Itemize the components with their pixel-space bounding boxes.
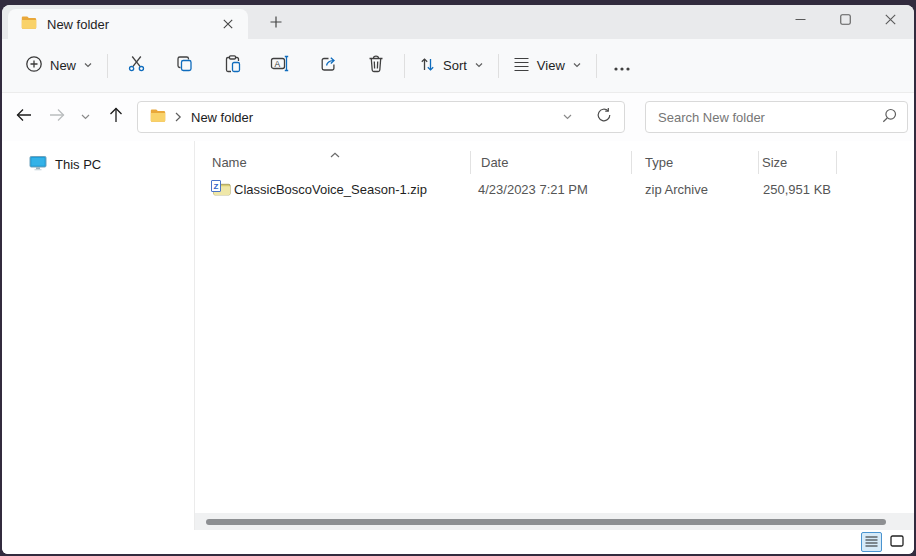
explorer-body: This PC Name Date Type Size	[2, 141, 914, 530]
status-bar	[2, 530, 914, 554]
sidebar-item-label: This PC	[55, 157, 101, 172]
chevron-down-icon	[83, 58, 93, 73]
up-arrow-icon	[109, 107, 123, 127]
new-button-label: New	[50, 58, 76, 73]
sort-icon	[419, 56, 436, 76]
back-arrow-icon	[16, 108, 32, 126]
monitor-icon	[29, 155, 47, 174]
close-icon	[223, 15, 233, 33]
recent-locations-button[interactable]	[72, 102, 98, 133]
view-lines-icon	[513, 57, 530, 75]
search-input[interactable]	[658, 110, 876, 125]
close-icon	[885, 11, 896, 29]
minimize-icon	[795, 11, 806, 29]
search-icon	[882, 108, 897, 127]
chevron-down-icon	[474, 58, 484, 73]
sort-button[interactable]: Sort	[410, 48, 493, 84]
file-row[interactable]: Z ClassicBoscoVoice_Season-1.zip 4/23/20…	[195, 178, 914, 203]
tab-bar: New folder	[2, 5, 914, 39]
toolbar-separator	[498, 54, 499, 78]
refresh-button[interactable]	[590, 103, 618, 131]
rename-icon: A	[270, 54, 290, 77]
folder-icon	[150, 108, 166, 126]
large-icons-view-toggle[interactable]	[886, 532, 907, 552]
column-separator[interactable]	[470, 151, 471, 174]
file-date: 4/23/2023 7:21 PM	[478, 182, 588, 197]
tab-close-button[interactable]	[218, 14, 238, 34]
large-icons-view-icon	[890, 533, 904, 551]
tab-new-folder[interactable]: New folder	[8, 9, 248, 39]
refresh-icon	[596, 107, 612, 127]
ellipsis-icon	[614, 57, 630, 75]
file-size: 250,951 KB	[756, 182, 831, 197]
command-toolbar: New A	[2, 39, 914, 93]
column-header-size[interactable]: Size	[762, 155, 787, 170]
sort-button-label: Sort	[443, 58, 467, 73]
chevron-down-icon	[572, 58, 582, 73]
window-controls	[778, 5, 913, 35]
search-box[interactable]	[645, 101, 908, 133]
share-button[interactable]	[305, 48, 351, 84]
view-button[interactable]: View	[504, 48, 591, 84]
sort-ascending-caret-icon	[330, 144, 340, 162]
zip-letter-badge: Z	[211, 180, 221, 192]
chevron-down-icon	[80, 108, 91, 126]
file-type: zip Archive	[645, 182, 708, 197]
close-button[interactable]	[868, 5, 913, 35]
address-bar[interactable]: New folder	[137, 101, 625, 133]
details-view-toggle[interactable]	[861, 532, 882, 552]
copy-icon	[175, 54, 194, 77]
file-name: ClassicBoscoVoice_Season-1.zip	[234, 182, 427, 197]
tab-title: New folder	[47, 17, 208, 32]
breadcrumb-chevron-icon	[175, 108, 182, 126]
address-row: New folder	[2, 93, 914, 141]
file-explorer-window: New folder	[2, 5, 914, 554]
see-more-button[interactable]	[602, 48, 642, 84]
column-header-name[interactable]: Name	[212, 155, 247, 170]
scissors-icon	[127, 54, 146, 77]
delete-button[interactable]	[353, 48, 399, 84]
address-dropdown-button[interactable]	[553, 103, 581, 131]
paste-icon	[223, 54, 242, 77]
plus-icon	[270, 14, 282, 32]
minimize-button[interactable]	[778, 5, 823, 35]
column-header-row: Name Date Type Size	[195, 149, 914, 177]
sidebar-item-this-pc[interactable]: This PC	[2, 151, 194, 177]
column-separator[interactable]	[836, 151, 837, 174]
rename-letter: A	[275, 59, 281, 69]
column-header-type[interactable]: Type	[645, 155, 673, 170]
zip-file-icon: Z	[211, 180, 231, 196]
copy-button[interactable]	[161, 48, 207, 84]
column-header-date[interactable]: Date	[481, 155, 508, 170]
toolbar-separator	[404, 54, 405, 78]
cut-button[interactable]	[113, 48, 159, 84]
scrollbar-thumb[interactable]	[206, 519, 886, 525]
trash-icon	[367, 54, 385, 77]
up-button[interactable]	[100, 102, 131, 133]
new-button[interactable]: New	[16, 48, 102, 84]
maximize-icon	[840, 11, 851, 29]
column-separator[interactable]	[758, 151, 759, 174]
toolbar-separator	[596, 54, 597, 78]
navigation-sidebar: This PC	[2, 141, 195, 530]
forward-arrow-icon	[49, 108, 65, 126]
view-button-label: View	[537, 58, 565, 73]
plus-circle-icon	[25, 55, 43, 76]
clipboard-button-group: A	[113, 48, 399, 84]
toolbar-separator	[107, 54, 108, 78]
rename-button[interactable]: A	[257, 48, 303, 84]
maximize-button[interactable]	[823, 5, 868, 35]
details-view-icon	[865, 533, 878, 551]
file-list: Name Date Type Size Z ClassicBoscoVoice_…	[195, 141, 914, 530]
new-tab-button[interactable]	[262, 9, 290, 37]
paste-button[interactable]	[209, 48, 255, 84]
back-button[interactable]	[8, 102, 39, 133]
share-icon	[319, 54, 338, 77]
column-separator[interactable]	[631, 151, 632, 174]
horizontal-scrollbar[interactable]	[195, 513, 914, 530]
forward-button[interactable]	[41, 102, 72, 133]
breadcrumb-item[interactable]: New folder	[191, 110, 253, 125]
chevron-down-icon	[562, 108, 573, 126]
folder-icon	[21, 15, 37, 33]
